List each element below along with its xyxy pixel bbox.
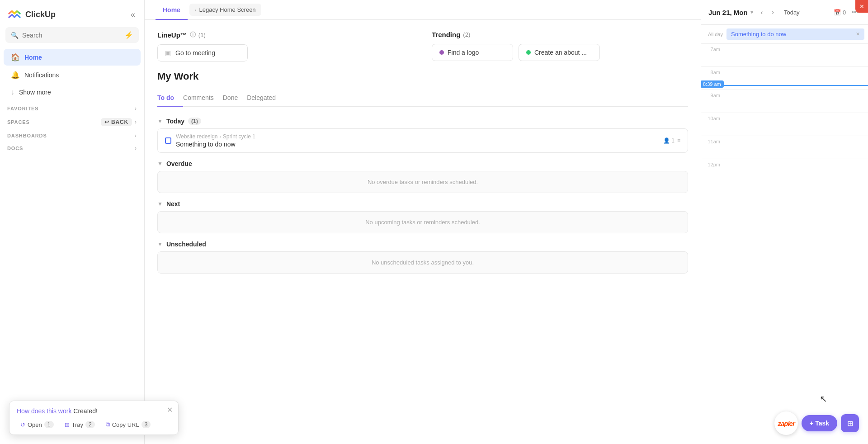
sidebar-item-notifications[interactable]: 🔔 Notifications bbox=[4, 66, 141, 83]
notifications-label: Notifications bbox=[24, 71, 59, 79]
task-breadcrumb: Website redesign › Sprint cycle 1 bbox=[176, 133, 255, 140]
search-input[interactable] bbox=[22, 32, 121, 39]
sidebar-collapse-button[interactable]: « bbox=[129, 8, 137, 21]
trending-title: Trending (2) bbox=[432, 31, 688, 38]
slot-content-10am bbox=[724, 113, 868, 136]
toast-copy-url-button[interactable]: ⧉ Copy URL 3 bbox=[102, 419, 155, 430]
top-right-close-button[interactable]: ✕ bbox=[855, 0, 868, 13]
dashboards-section-header[interactable]: DASHBOARDS › bbox=[0, 128, 144, 141]
slot-content-11am bbox=[724, 136, 868, 159]
lineup-card-go-to-meeting[interactable]: ▣ Go to meeting bbox=[157, 44, 248, 61]
all-day-event-something-to-do[interactable]: Something to do now ✕ bbox=[726, 28, 864, 40]
work-tab-done[interactable]: Done bbox=[223, 90, 247, 107]
toast-close-button[interactable]: ✕ bbox=[167, 406, 173, 414]
breadcrumb-arrow-icon: › bbox=[220, 134, 221, 139]
all-day-label: All day bbox=[705, 32, 723, 37]
copy-url-icon: ⧉ bbox=[106, 421, 110, 428]
home-label: Home bbox=[24, 54, 42, 61]
toast-notification: ✕ How does this work Created! ↺ Open 1 ⊞… bbox=[9, 401, 179, 435]
work-tab-comments[interactable]: Comments bbox=[183, 90, 223, 107]
next-collapse-icon: ▼ bbox=[157, 201, 163, 207]
work-tab-todo[interactable]: To do bbox=[157, 90, 183, 107]
current-time-indicator: 8:39 am bbox=[724, 85, 868, 86]
tab-home[interactable]: Home bbox=[156, 0, 188, 20]
home-icon: 🏠 bbox=[11, 53, 20, 61]
current-time-line bbox=[724, 85, 868, 86]
event-close-icon[interactable]: ✕ bbox=[856, 31, 860, 37]
lineup-info-icon[interactable]: ⓘ bbox=[190, 31, 196, 39]
sidebar: ClickUp « 🔍 ⚡ 🏠 Home 🔔 Notifications ↓ S… bbox=[0, 0, 145, 444]
docs-section-header[interactable]: DOCS › bbox=[0, 141, 144, 153]
docs-chevron-icon: › bbox=[135, 145, 137, 151]
toast-tray-button[interactable]: ⊞ Tray 2 bbox=[61, 419, 99, 430]
trending-item-1-label: Create an about ... bbox=[534, 49, 587, 56]
calendar-slot-10am: 10am bbox=[701, 113, 868, 136]
chevron-down-icon: ↓ bbox=[11, 88, 14, 96]
overdue-section-header[interactable]: ▼ Overdue bbox=[157, 156, 688, 171]
fab-row: zapier + Task ⊞ bbox=[774, 411, 859, 435]
slot-content-9am bbox=[724, 90, 868, 113]
calendar-slot-11am: 11am bbox=[701, 136, 868, 159]
favorites-section-header[interactable]: FAVORITES › bbox=[0, 101, 144, 113]
toast-open-label: Open bbox=[28, 421, 42, 428]
task-row-something-to-do[interactable]: Website redesign › Sprint cycle 1 Someth… bbox=[157, 128, 688, 153]
today-section-header[interactable]: ▼ Today (1) bbox=[157, 114, 688, 128]
task-breadcrumb-2: Sprint cycle 1 bbox=[223, 133, 255, 140]
tray-icon: ⊞ bbox=[65, 421, 70, 428]
calendar-date-title[interactable]: Jun 21, Mon ▼ bbox=[708, 9, 755, 16]
grid-fab-button[interactable]: ⊞ bbox=[841, 414, 859, 432]
zapier-logo[interactable]: zapier bbox=[774, 411, 798, 435]
add-task-label: + Task bbox=[810, 420, 829, 427]
calendar-body: All day Something to do now ✕ 7am 8am 8:… bbox=[701, 25, 868, 444]
calendar-next-button[interactable]: › bbox=[769, 7, 777, 18]
dashboards-chevron-icon: › bbox=[135, 132, 137, 139]
calendar-slot-7am: 7am bbox=[701, 44, 868, 67]
task-assignee-count: 👤 1 bbox=[663, 137, 675, 144]
overdue-section: ▼ Overdue No overdue tasks or reminders … bbox=[157, 156, 688, 193]
top-tabs-bar: Home ‹ Legacy Home Screen bbox=[145, 0, 701, 20]
sidebar-item-show-more[interactable]: ↓ Show more bbox=[4, 84, 141, 100]
docs-label: DOCS bbox=[7, 146, 23, 151]
app-name: ClickUp bbox=[25, 10, 56, 19]
next-section-header[interactable]: ▼ Next bbox=[157, 197, 688, 211]
spaces-section-header[interactable]: SPACES ↩ Back › bbox=[0, 113, 144, 128]
calendar-prev-button[interactable]: ‹ bbox=[758, 7, 766, 18]
person-icon: 👤 bbox=[663, 137, 670, 144]
calendar-slot-8am: 8am 8:39 am bbox=[701, 67, 868, 90]
toast-tray-label: Tray bbox=[72, 421, 84, 428]
task-checkbox-icon: ▣ bbox=[165, 49, 171, 57]
unscheduled-section-header[interactable]: ▼ Unscheduled bbox=[157, 237, 688, 251]
lightning-button[interactable]: ⚡ bbox=[124, 31, 133, 39]
today-section: ▼ Today (1) Website redesign › Sprint cy… bbox=[157, 114, 688, 153]
trending-card-create-about[interactable]: Create an about ... bbox=[519, 44, 600, 61]
task-name: Something to do now bbox=[176, 141, 255, 148]
content-area: LineUp™ ⓘ (1) ▣ Go to meeting Trending (… bbox=[145, 20, 701, 444]
calendar-event-count: 📅 0 bbox=[834, 9, 846, 16]
task-breadcrumb-1: Website redesign bbox=[176, 133, 218, 140]
purple-dot-icon bbox=[439, 50, 444, 55]
work-tab-delegated[interactable]: Delegated bbox=[247, 90, 285, 107]
toast-link[interactable]: How does this work bbox=[17, 407, 71, 415]
add-task-button[interactable]: + Task bbox=[802, 415, 837, 431]
lineup-section: LineUp™ ⓘ (1) ▣ Go to meeting bbox=[157, 31, 414, 61]
time-label-8am: 8am bbox=[701, 67, 724, 75]
toast-open-button[interactable]: ↺ Open 1 bbox=[17, 419, 57, 430]
unscheduled-section: ▼ Unscheduled No unscheduled tasks assig… bbox=[157, 237, 688, 274]
tab-legacy[interactable]: ‹ Legacy Home Screen bbox=[189, 4, 261, 16]
calendar-today-button[interactable]: Today bbox=[780, 7, 803, 18]
trending-section: Trending (2) Find a logo Create an about… bbox=[432, 31, 688, 61]
toast-title: How does this work Created! bbox=[17, 407, 171, 415]
sidebar-item-home[interactable]: 🏠 Home bbox=[4, 49, 141, 66]
lineup-title-text: LineUp™ bbox=[157, 31, 187, 39]
task-checkbox[interactable] bbox=[165, 137, 171, 144]
time-label-11am: 11am bbox=[701, 136, 724, 144]
calendar-slot-9am: 9am bbox=[701, 90, 868, 113]
back-label: Back bbox=[111, 119, 128, 125]
toast-open-count: 1 bbox=[44, 421, 54, 428]
calendar-dropdown-icon: ▼ bbox=[750, 9, 755, 15]
time-label-9am: 9am bbox=[701, 90, 724, 98]
search-bar[interactable]: 🔍 ⚡ bbox=[5, 27, 139, 43]
spaces-back-button[interactable]: ↩ Back bbox=[101, 118, 132, 126]
trending-card-find-logo[interactable]: Find a logo bbox=[432, 44, 513, 61]
fab-area: ✕ zapier + Task ⊞ bbox=[774, 411, 859, 435]
